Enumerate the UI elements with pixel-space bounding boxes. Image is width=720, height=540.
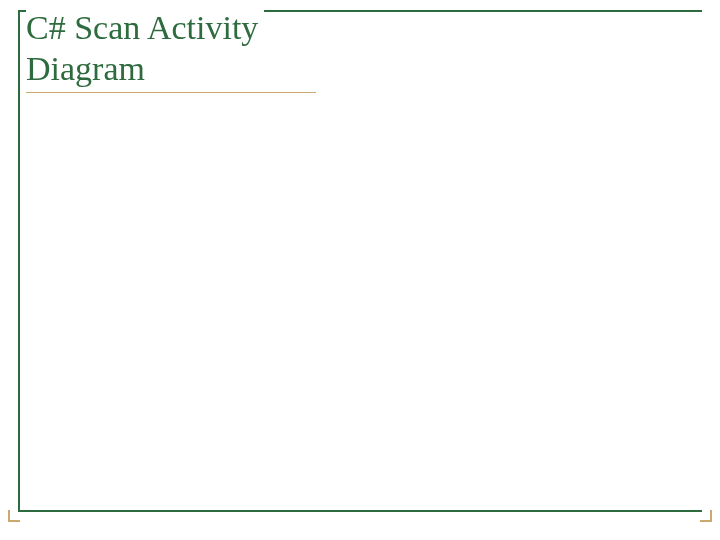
- frame-bottom-border: [18, 510, 702, 512]
- title-container: C# Scan Activity Diagram: [26, 8, 264, 90]
- slide-title: C# Scan Activity Diagram: [26, 8, 258, 90]
- frame-left-border: [18, 10, 20, 512]
- corner-accent-bottom-right-v: [710, 510, 712, 522]
- title-line-2: Diagram: [26, 50, 145, 87]
- corner-accent-bottom-left-v: [8, 510, 10, 522]
- title-line-1: C# Scan Activity: [26, 9, 258, 46]
- title-underline: [26, 92, 316, 93]
